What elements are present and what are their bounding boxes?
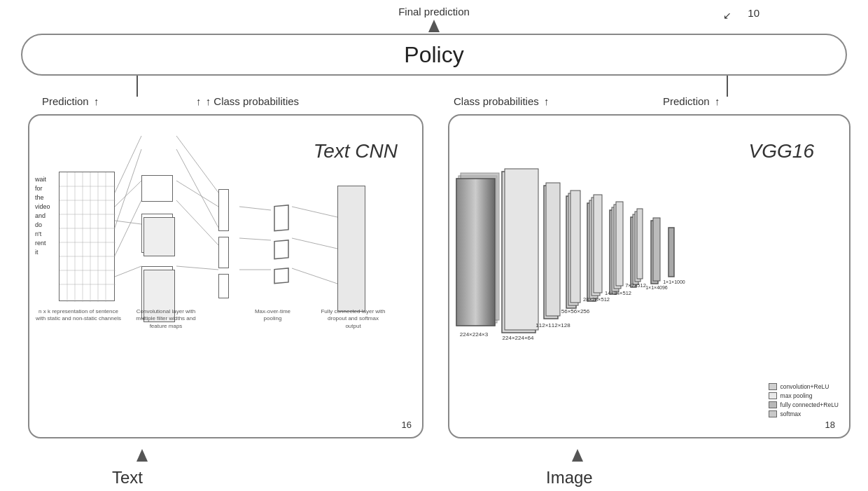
class-prob-label-left: ↑ ↑ Class probabilities	[196, 95, 299, 107]
max-pooling	[271, 200, 299, 305]
svg-rect-17	[274, 268, 288, 284]
svg-text:1×1×1000: 1×1×1000	[663, 279, 685, 284]
svg-text:56×56×256: 56×56×256	[561, 308, 590, 314]
policy-box: Policy	[21, 34, 847, 76]
text-words-column: wait for the video and do n't rent it	[35, 175, 59, 257]
legend-pool: max pooling	[769, 392, 839, 399]
svg-line-26	[176, 181, 218, 207]
svg-rect-16	[274, 240, 288, 259]
page-container: Final prediction ↙ 10 ↙ 20 Policy Predic…	[0, 0, 868, 491]
image-bottom-label: Image	[546, 468, 593, 487]
svg-text:1×1×4096: 1×1×4096	[645, 285, 668, 290]
svg-rect-59	[653, 218, 660, 281]
svg-rect-45	[570, 191, 580, 303]
svg-rect-57	[637, 209, 643, 279]
text-bottom-label: Text	[112, 468, 143, 487]
image-bottom-arrow	[572, 449, 583, 464]
svg-text:7×7×512: 7×7×512	[625, 282, 646, 289]
ref-10: 10	[748, 7, 760, 19]
ref-16: 16	[402, 420, 412, 430]
svg-rect-38	[456, 179, 495, 326]
svg-text:224×224×64: 224×224×64	[503, 335, 534, 341]
vgg16-legend: convolution+ReLU max pooling fully conne…	[769, 383, 839, 420]
left-policy-connector	[136, 76, 138, 97]
svg-text:224×224×3: 224×224×3	[460, 331, 489, 338]
svg-text:112×112×128: 112×112×128	[536, 322, 570, 329]
legend-conv: convolution+ReLU	[769, 383, 839, 390]
svg-rect-49	[594, 195, 602, 293]
text-cnn-title: Text CNN	[314, 140, 398, 162]
svg-text:14×14×512: 14×14×512	[605, 290, 631, 296]
legend-fc: fully connected+ReLU	[769, 401, 839, 408]
svg-rect-60	[668, 228, 674, 277]
legend-softmax: softmax	[769, 410, 839, 417]
svg-line-29	[239, 207, 271, 210]
svg-marker-71	[572, 449, 583, 462]
vgg16-panel: VGG16	[448, 114, 850, 438]
conv-filters	[138, 168, 176, 322]
class-prob-label-right: Class probabilities ↑	[454, 95, 549, 107]
feature-maps	[218, 189, 239, 315]
pool-desc: Max-over-time pooling	[246, 308, 299, 323]
svg-line-30	[239, 238, 271, 240]
svg-marker-0	[428, 20, 440, 32]
text-bottom-arrow	[136, 449, 148, 464]
svg-text:28×28×512: 28×28×512	[583, 296, 610, 303]
vgg16-network-svg: 224×224×3 224×224×64 112×112×128 56×56×2…	[453, 158, 832, 368]
svg-rect-40	[505, 169, 538, 330]
input-matrix	[59, 172, 115, 301]
text-cnn-panel: Text CNN wait for the video and do n't r…	[28, 114, 424, 438]
right-policy-connector	[727, 76, 728, 97]
fc-layer	[337, 186, 365, 312]
svg-rect-15	[274, 205, 288, 231]
svg-rect-42	[546, 183, 560, 316]
matrix-desc: n x k representation of sentence with st…	[33, 308, 124, 323]
final-prediction-label: Final prediction	[398, 6, 470, 18]
svg-line-27	[176, 200, 218, 245]
fc-desc: Fully connected layer with dropout and s…	[320, 308, 386, 330]
svg-line-28	[176, 266, 218, 270]
ref-18: 18	[825, 420, 835, 430]
final-prediction-arrow	[428, 20, 440, 35]
svg-line-24	[176, 136, 218, 193]
svg-marker-70	[136, 449, 148, 462]
prediction-label-right: Prediction ↑	[663, 95, 720, 107]
conv-desc: Convolutional layer with multiple filter…	[127, 308, 204, 330]
svg-line-25	[176, 149, 218, 228]
ref-10-arrow: ↙	[723, 10, 732, 21]
policy-label: Policy	[404, 42, 463, 68]
svg-rect-53	[616, 202, 623, 286]
prediction-label-left: Prediction ↑	[42, 95, 99, 107]
